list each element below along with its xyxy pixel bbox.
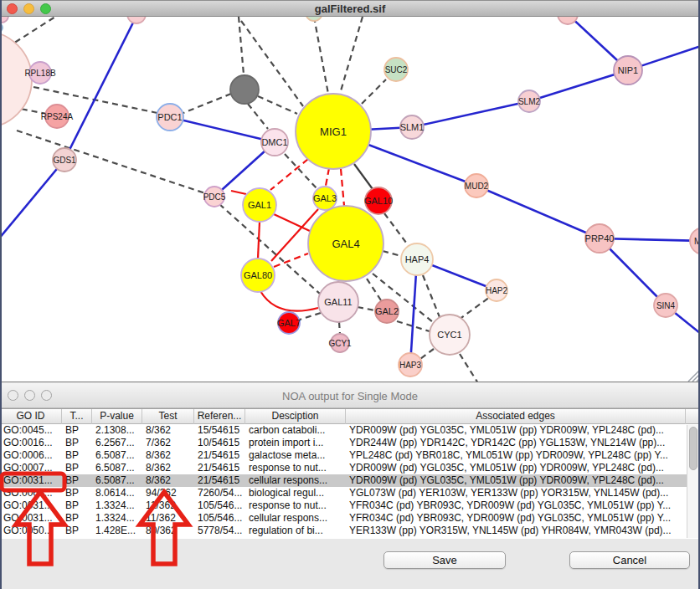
column-header-desciption[interactable]: Desciption (245, 409, 346, 424)
cell: regulation of bi... (245, 525, 346, 537)
node-label-MIG1: MIG1 (320, 125, 347, 138)
table-row[interactable]: GO:0016...BP6.2567...7/36210/54615protei… (0, 437, 687, 449)
node-frag-topright[interactable] (558, 17, 578, 24)
edge-dash[interactable] (384, 213, 409, 246)
screen: galFiltered.sif RPL18BRPS24AGDS1PDC1PDC5… (0, 0, 700, 589)
column-header-associated-edges[interactable]: Associated edges (346, 409, 686, 424)
cell: BP (62, 437, 92, 449)
scrollbar-thumb[interactable] (689, 427, 697, 470)
cell: 7/362 (142, 437, 194, 449)
edge-reddash[interactable] (341, 169, 344, 206)
edge-reddash[interactable] (326, 168, 329, 186)
noa-titlebar[interactable]: NOA output for Single Mode (0, 383, 700, 408)
network-window-title: galFiltered.sif (0, 3, 700, 15)
node-bigpink[interactable] (0, 31, 32, 128)
edge-red[interactable] (258, 222, 260, 259)
edge-dash[interactable] (383, 251, 401, 256)
table-row[interactable]: GO:0031...BP1.3324...11/362105/546...cel… (0, 512, 687, 525)
edge-reddash[interactable] (270, 159, 308, 190)
edge-dash[interactable] (423, 275, 440, 317)
edge-blue[interactable] (529, 70, 628, 101)
column-header-test[interactable]: Test (142, 409, 194, 424)
edge-dash[interactable] (340, 17, 363, 94)
edge-dash[interactable] (460, 354, 478, 382)
cancel-button[interactable]: Cancel (569, 551, 690, 569)
node-frag-green-top[interactable] (306, 17, 322, 21)
cell: YDR009W (pd) YGL035C, YML051W (pp) YDR00… (346, 462, 686, 474)
cell: 10/54615 (194, 437, 245, 449)
node-label-PDC1: PDC1 (157, 112, 182, 122)
network-canvas[interactable]: RPL18BRPS24AGDS1PDC1PDC5DMC1MIG1SUC2SLM1… (0, 17, 700, 382)
cell: YDR009W (pd) YGL035C, YML051W (pp) YDR00… (346, 424, 686, 437)
cell: 5778/54... (194, 525, 245, 537)
network-titlebar[interactable]: galFiltered.sif (0, 0, 700, 17)
node-label-CYC1: CYC1 (437, 330, 461, 340)
edge-blue[interactable] (412, 101, 529, 127)
edge-dash[interactable] (239, 17, 244, 74)
node-label-GAL4: GAL4 (332, 238, 359, 250)
edge-dash[interactable] (362, 79, 386, 104)
column-header-p-value[interactable]: P-value (92, 409, 142, 424)
edge-dash[interactable] (258, 96, 297, 114)
cell: 11/362 (142, 499, 194, 512)
table-row[interactable]: GO:0031...BP6.5087...8/36221/54615cellul… (0, 474, 687, 487)
cell: 21/54615 (194, 474, 245, 487)
save-button[interactable]: Save (383, 551, 506, 569)
table-scrollbar[interactable] (687, 425, 699, 538)
cell: cellular respons... (245, 474, 346, 487)
table-header-row: GO IDT...P-valueTestReferen...Desciption… (0, 409, 700, 424)
cell: 2.1308... (92, 424, 142, 437)
cell: YPL248C (pd) YBR018C, YML051W (pp) YDR00… (346, 449, 686, 462)
node-label-RPS24A: RPS24A (41, 112, 74, 121)
edge-dash[interactable] (459, 297, 490, 320)
cell: YDR244W (pp) YDR142C, YDR142C (pp) YGL15… (346, 437, 686, 449)
edge-dash[interactable] (183, 94, 231, 113)
node-label-PRP40: PRP40 (585, 233, 615, 243)
cell: GO:0045... (0, 424, 62, 437)
table-row[interactable]: GO:0006...BP6.5087...8/36221/54615galact… (0, 449, 687, 462)
node-label-SLM2: SLM2 (518, 97, 541, 106)
node-gray-node[interactable] (230, 75, 259, 104)
edge-dark[interactable] (354, 164, 373, 189)
noa-window: NOA output for Single Mode GO IDT...P-va… (0, 382, 700, 589)
cell: BP (62, 512, 92, 525)
edge-dash[interactable] (358, 307, 375, 310)
edge-dash[interactable] (339, 322, 340, 334)
node-frag-top[interactable] (127, 17, 146, 23)
edge-dash[interactable] (367, 279, 381, 300)
column-header-go-id[interactable]: GO ID (0, 409, 62, 424)
edge-dash[interactable] (420, 349, 434, 359)
table-row[interactable]: GO:0007...BP6.5087...8/36221/54615respon… (0, 462, 687, 474)
edge-dash[interactable] (300, 313, 321, 320)
edge-blue[interactable] (600, 238, 700, 241)
edge-red[interactable] (231, 191, 246, 194)
edge-blue[interactable] (170, 117, 275, 142)
edge-dash[interactable] (314, 17, 328, 94)
edge-red-curve[interactable] (260, 291, 318, 311)
cell: 21/54615 (194, 462, 245, 474)
cell: 1.3324... (92, 499, 142, 512)
cell: 6.5087... (92, 462, 142, 474)
cell: 21/54615 (194, 449, 245, 462)
edge-blue[interactable] (64, 17, 136, 160)
table-row[interactable]: GO:0045...BP2.1308...8/36215/54615carbon… (0, 424, 687, 437)
column-header-referen-[interactable]: Referen... (194, 409, 245, 424)
cell: 15/54615 (194, 424, 245, 437)
cell: YDR009W (pd) YGL035C, YML051W (pp) YDR00… (346, 474, 686, 487)
edge-blue[interactable] (476, 186, 600, 238)
edge-blue[interactable] (0, 160, 64, 243)
cell: 11/362 (142, 512, 194, 525)
cell: 8.0614... (92, 487, 142, 499)
edge-dash[interactable] (248, 104, 268, 129)
cell: GO:0065... (0, 487, 62, 499)
node-label-GAL1: GAL1 (248, 200, 271, 210)
table-row[interactable]: GO:0050...BP1.428E...80/3625778/54...reg… (0, 525, 687, 537)
column-header-t-[interactable]: T... (62, 409, 92, 424)
table-row[interactable]: GO:0065...BP8.0614...94/3627260/54...bio… (0, 487, 687, 499)
table-row[interactable]: GO:0031...BP1.3324...11/362105/546...res… (0, 499, 687, 512)
cell: 6.5087... (92, 449, 142, 462)
cell: 7260/54... (194, 487, 245, 499)
cell: galactose meta... (245, 449, 346, 462)
table-body: GO:0045...BP2.1308...8/36215/54615carbon… (0, 424, 687, 537)
edge-reddash[interactable] (274, 254, 308, 267)
